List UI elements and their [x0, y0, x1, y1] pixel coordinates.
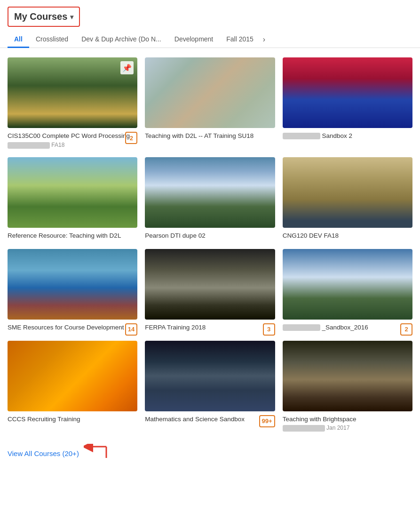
blurred-text — [283, 324, 320, 331]
course-info-11: Mathematics and Science Sandbox99+ — [145, 415, 275, 424]
course-card-11[interactable]: Mathematics and Science Sandbox99+ — [145, 341, 275, 432]
course-card-1[interactable]: 📌CIS135C00 Complete PC Word Processing F… — [8, 57, 137, 149]
tabs-bar: All Crosslisted Dev & Dup Archive (Do N.… — [0, 32, 420, 48]
tab-development[interactable]: Development — [168, 32, 220, 48]
course-card-8[interactable]: FERPA Training 20183 — [145, 249, 275, 332]
course-title-4: Reference Resource: Teaching with D2L — [8, 232, 137, 240]
course-image-8 — [145, 249, 275, 320]
course-info-12: Teaching with Brightspace Jan 2017 — [283, 415, 412, 432]
course-info-3: Sandbox 2 — [283, 132, 412, 141]
tab-crosslisted[interactable]: Crosslisted — [29, 32, 75, 48]
course-badge-8: 3 — [263, 323, 275, 336]
course-image-3 — [283, 57, 412, 128]
course-title-10: CCCS Recruiting Training — [8, 415, 137, 424]
course-card-6[interactable]: CNG120 DEV FA18 — [283, 157, 412, 240]
course-card-12[interactable]: Teaching with Brightspace Jan 2017 — [283, 341, 412, 432]
course-info-6: CNG120 DEV FA18 — [283, 232, 412, 240]
course-image-6 — [283, 157, 412, 228]
course-badge-9: 2 — [400, 323, 412, 336]
course-badge-1: 2 — [125, 132, 137, 144]
course-card-7[interactable]: SME Resources for Course Development14 — [8, 249, 137, 332]
course-card-3[interactable]: Sandbox 2 — [283, 57, 412, 149]
course-info-7: SME Resources for Course Development14 — [8, 323, 137, 332]
course-info-2: Teaching with D2L -- AT Training SU18 — [145, 132, 275, 141]
course-badge-11: 99+ — [259, 415, 275, 427]
course-image-12 — [283, 341, 412, 411]
course-image-4 — [8, 157, 137, 228]
course-card-9[interactable]: _Sandbox_20162 — [283, 249, 412, 332]
course-info-5: Pearson DTI dupe 02 — [145, 232, 275, 240]
course-title-8: FERPA Training 2018 — [145, 323, 275, 332]
my-courses-label: My Courses — [14, 11, 67, 22]
course-info-8: FERPA Training 20183 — [145, 323, 275, 332]
course-info-9: _Sandbox_20162 — [283, 323, 412, 332]
course-image-5 — [145, 157, 275, 228]
course-image-7 — [8, 249, 137, 320]
tab-dev-dup-archive[interactable]: Dev & Dup Archive (Do N... — [75, 32, 168, 48]
view-all-link[interactable]: View All Courses (20+) — [8, 449, 79, 457]
course-image-11 — [145, 341, 275, 411]
course-image-9 — [283, 249, 412, 320]
course-card-4[interactable]: Reference Resource: Teaching with D2L — [8, 157, 137, 240]
course-title-1: CIS135C00 Complete PC Word Processing — [8, 132, 137, 141]
chevron-down-icon: ▾ — [70, 13, 73, 21]
red-arrow-icon — [84, 444, 107, 463]
course-badge-7: 14 — [125, 323, 137, 336]
course-card-2[interactable]: Teaching with D2L -- AT Training SU18 — [145, 57, 275, 149]
course-image-1: 📌 — [8, 57, 137, 128]
course-title-9: _Sandbox_2016 — [283, 323, 412, 332]
course-card-10[interactable]: CCCS Recruiting Training — [8, 341, 137, 432]
course-info-10: CCCS Recruiting Training — [8, 415, 137, 424]
pin-icon: 📌 — [120, 61, 134, 74]
my-courses-dropdown[interactable]: My Courses ▾ — [8, 7, 80, 27]
view-all-row: View All Courses (20+) — [0, 436, 420, 472]
course-image-10 — [8, 341, 137, 411]
course-card-5[interactable]: Pearson DTI dupe 02 — [145, 157, 275, 240]
header: My Courses ▾ — [0, 0, 420, 32]
course-image-2 — [145, 57, 275, 128]
course-title-12: Teaching with Brightspace — [283, 415, 412, 424]
course-info-4: Reference Resource: Teaching with D2L — [8, 232, 137, 240]
course-title-11: Mathematics and Science Sandbox — [145, 415, 275, 424]
course-title-2: Teaching with D2L -- AT Training SU18 — [145, 132, 275, 141]
course-title-3: Sandbox 2 — [283, 132, 412, 141]
tab-fall2015[interactable]: Fall 2015 — [220, 32, 260, 48]
tabs-more-arrow[interactable]: › — [260, 32, 268, 48]
course-title-6: CNG120 DEV FA18 — [283, 232, 412, 240]
course-grid: 📌CIS135C00 Complete PC Word Processing F… — [0, 48, 420, 436]
blurred-text — [283, 133, 320, 139]
course-info-1: CIS135C00 Complete PC Word Processing FA… — [8, 132, 137, 149]
course-title-5: Pearson DTI dupe 02 — [145, 232, 275, 240]
course-subtitle-1: FA18 — [8, 142, 137, 149]
blurred-text-sub — [283, 425, 325, 432]
course-title-7: SME Resources for Course Development — [8, 323, 137, 332]
course-subtitle-12: Jan 2017 — [283, 425, 412, 432]
blurred-text-sub — [8, 142, 50, 149]
tab-all[interactable]: All — [8, 32, 29, 48]
